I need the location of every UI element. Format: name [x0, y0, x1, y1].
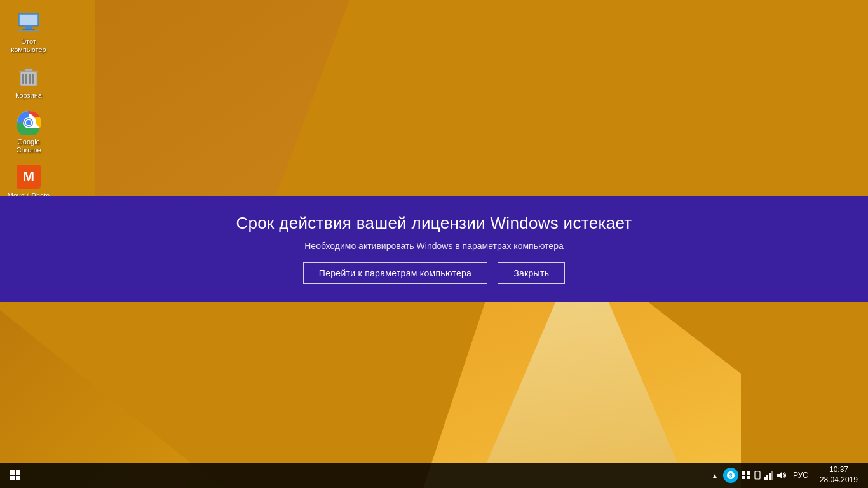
windows-flag-tray-icon[interactable]: [741, 470, 751, 480]
notification-subtitle: Необходимо активировать Windows в параме…: [304, 241, 563, 251]
svg-text:M: M: [23, 168, 34, 184]
movavi-icon-image: M: [16, 164, 41, 189]
signal-tray-icon[interactable]: [764, 471, 774, 480]
notification-title: Срок действия вашей лицензии Windows ист…: [236, 214, 632, 233]
svg-rect-22: [10, 470, 15, 475]
taskbar-left: [0, 463, 31, 488]
svg-rect-26: [742, 471, 745, 475]
svg-rect-9: [32, 74, 34, 84]
svg-rect-32: [764, 477, 766, 480]
this-computer-label: Этот компьютер: [6, 37, 51, 54]
close-notification-button[interactable]: Закрыть: [498, 262, 565, 284]
svg-rect-8: [29, 74, 31, 84]
recycle-icon-image: [16, 64, 41, 89]
svg-rect-3: [22, 29, 35, 30]
go-to-settings-button[interactable]: Перейти к параметрам компьютера: [303, 262, 487, 284]
computer-icon-image: [16, 10, 41, 35]
svg-rect-7: [25, 74, 27, 84]
svg-rect-23: [16, 470, 20, 475]
device-tray-icon[interactable]: [754, 471, 761, 480]
svg-rect-27: [747, 471, 750, 475]
recycle-bin-label: Корзина: [15, 92, 42, 100]
show-hidden-icons-button[interactable]: ▲: [709, 472, 721, 479]
chrome-icon-image: [16, 110, 41, 135]
svg-point-31: [757, 478, 758, 479]
svg-rect-4: [17, 30, 40, 31]
notification-banner: Срок действия вашей лицензии Windows ист…: [0, 196, 868, 302]
svg-rect-2: [25, 26, 32, 29]
notification-buttons: Перейти к параметрам компьютера Закрыть: [303, 262, 565, 284]
svg-rect-29: [747, 476, 750, 479]
skype-tray-icon[interactable]: [723, 468, 738, 483]
svg-rect-25: [16, 476, 20, 480]
bg-shape-4: [95, 0, 349, 203]
google-chrome-label: Google Chrome: [6, 138, 51, 154]
svg-rect-11: [25, 69, 32, 71]
svg-rect-6: [22, 74, 24, 84]
svg-rect-34: [769, 473, 771, 480]
svg-rect-24: [10, 476, 15, 480]
svg-rect-1: [20, 15, 37, 25]
recycle-bin-icon[interactable]: Корзина: [3, 60, 54, 103]
taskbar-right: ▲: [709, 463, 868, 488]
language-indicator[interactable]: РУС: [789, 471, 812, 480]
svg-rect-33: [766, 475, 768, 480]
taskbar: ▲: [0, 463, 868, 488]
desktop: Этот компьютер Корзина: [0, 0, 868, 488]
clock-time: 10:37: [829, 465, 848, 475]
svg-point-15: [26, 120, 31, 125]
this-computer-icon[interactable]: Этот компьютер: [3, 6, 54, 57]
volume-tray-icon[interactable]: [776, 471, 787, 480]
google-chrome-icon[interactable]: Google Chrome: [3, 107, 54, 158]
svg-rect-28: [742, 476, 745, 479]
svg-rect-35: [771, 471, 773, 480]
clock-area[interactable]: 10:37 28.04.2019: [815, 463, 863, 488]
svg-marker-36: [777, 471, 782, 479]
start-button[interactable]: [0, 463, 31, 488]
clock-date: 28.04.2019: [820, 475, 858, 485]
